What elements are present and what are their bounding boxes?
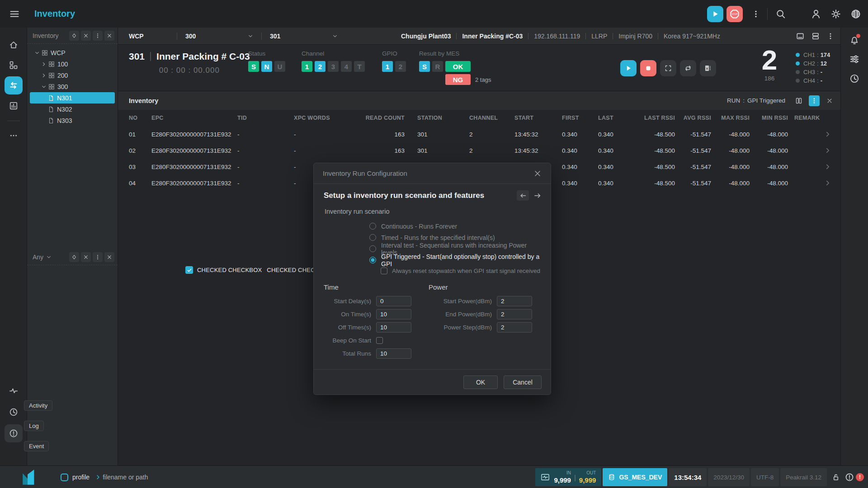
on-time-s-input[interactable]: [376, 309, 411, 319]
ok-button[interactable]: OK: [463, 375, 498, 389]
radio-button[interactable]: [369, 257, 376, 263]
power-step-dbm-input[interactable]: [497, 322, 532, 333]
start-power-dbm-input[interactable]: [497, 296, 532, 306]
column-header-tid[interactable]: TID: [237, 115, 294, 121]
radio-button[interactable]: [369, 245, 376, 252]
run-play-button[interactable]: [620, 60, 637, 76]
tree-item-n303[interactable]: N303: [30, 115, 115, 126]
arrow-left-icon[interactable]: [517, 190, 529, 201]
radio-button[interactable]: [369, 223, 376, 230]
collapse-x-icon[interactable]: [81, 252, 91, 262]
log-label[interactable]: Log: [24, 421, 44, 431]
scenario-radio-continuous[interactable]: Continuous - Runs Forever: [369, 221, 542, 232]
kebab-icon[interactable]: [93, 31, 103, 41]
row-detail-chevron-icon[interactable]: [831, 147, 833, 154]
station-group-select[interactable]: 300: [185, 33, 253, 40]
repeat-icon[interactable]: [680, 60, 696, 76]
row-detail-chevron-icon[interactable]: [831, 179, 833, 187]
profile-icon[interactable]: [61, 474, 68, 481]
column-header-remark[interactable]: REMARK: [788, 115, 831, 121]
end-power-dbm-input[interactable]: [497, 309, 532, 319]
scenario-radio-gpi[interactable]: GPI Triggered - Start(and optionally sto…: [369, 254, 542, 266]
home-icon[interactable]: [5, 36, 23, 54]
column-header-channel[interactable]: CHANNEL: [469, 115, 514, 121]
event-label[interactable]: Event: [24, 441, 49, 451]
diamond-icon[interactable]: [69, 252, 79, 262]
more-dots-icon[interactable]: [5, 127, 23, 145]
tree-item-100[interactable]: 100: [30, 58, 115, 70]
column-header-start[interactable]: START: [514, 115, 562, 121]
excel-export-icon[interactable]: x: [700, 60, 716, 76]
language-globe-icon[interactable]: [851, 9, 861, 19]
column-header-last-rssi[interactable]: LAST RSSI: [632, 115, 675, 121]
off-times-s-input[interactable]: [376, 322, 411, 333]
arrow-right-icon[interactable]: [533, 192, 542, 200]
tree-item-300[interactable]: 300: [30, 81, 115, 92]
station-select[interactable]: 301: [270, 33, 338, 40]
close-x-icon[interactable]: [104, 31, 114, 41]
beep-on-start-checkbox[interactable]: [376, 337, 383, 344]
checkbox[interactable]: [185, 266, 193, 274]
table-row[interactable]: 01E280F30200000007131E932--163301213:45:…: [118, 126, 840, 142]
tree-item-wcp[interactable]: WCP: [30, 47, 115, 58]
reset-stopwatch-checkbox[interactable]: Always reset stopwatch when GPI start si…: [381, 266, 542, 276]
close-x-icon[interactable]: [824, 95, 835, 106]
table-row[interactable]: 02E280F30200000007131E932--163301213:45:…: [118, 142, 840, 159]
cancel-button[interactable]: Cancel: [504, 375, 542, 389]
modules-icon[interactable]: [5, 56, 23, 74]
activity-label[interactable]: Activity: [24, 400, 52, 411]
stop-button[interactable]: STOP: [726, 6, 743, 22]
database-cell[interactable]: GS_MES_DEV: [603, 468, 667, 486]
total-runs-input[interactable]: [376, 348, 411, 359]
tune-sliders-icon[interactable]: [849, 54, 859, 64]
columns-icon[interactable]: [793, 95, 804, 106]
unlock-icon[interactable]: [828, 468, 844, 486]
chevron-right-icon[interactable]: [41, 73, 47, 78]
column-header-avg-rssi[interactable]: AVG RSSI: [675, 115, 711, 121]
play-button[interactable]: [707, 6, 723, 22]
event-alert-icon[interactable]: [5, 424, 23, 442]
radio-button[interactable]: [369, 234, 376, 241]
activity-icon[interactable]: [5, 382, 23, 400]
row-detail-chevron-icon[interactable]: [831, 131, 833, 138]
column-header-no[interactable]: NO: [129, 115, 151, 121]
history-clock-icon[interactable]: [849, 74, 859, 84]
kebab-icon[interactable]: [752, 10, 760, 18]
start-delay-s-input[interactable]: [376, 296, 411, 306]
history-clock-icon[interactable]: [5, 403, 23, 421]
settings-gear-icon[interactable]: [831, 9, 841, 19]
kebab-icon[interactable]: [827, 33, 834, 40]
filter-select[interactable]: Any: [33, 253, 43, 261]
layout-bottom-icon[interactable]: [796, 32, 804, 40]
close-icon[interactable]: [533, 169, 542, 178]
chevron-down-icon[interactable]: [46, 254, 52, 260]
kebab-icon[interactable]: [93, 252, 103, 262]
report-chart-icon[interactable]: [5, 97, 23, 115]
bell-icon[interactable]: [849, 35, 859, 45]
layout-rows-icon[interactable]: [811, 32, 820, 40]
io-counter-cell[interactable]: IN 9,999 | OUT 9,999: [535, 468, 601, 486]
tree-item-200[interactable]: 200: [30, 70, 115, 81]
run-stop-button[interactable]: [640, 60, 656, 76]
chevron-down-icon[interactable]: [34, 50, 40, 56]
column-header-station[interactable]: STATION: [405, 115, 469, 121]
search-icon[interactable]: [776, 9, 786, 19]
menu-icon[interactable]: [9, 9, 20, 19]
user-icon[interactable]: [811, 9, 821, 19]
fullscreen-icon[interactable]: [660, 60, 676, 76]
row-detail-chevron-icon[interactable]: [831, 163, 833, 170]
column-header-min-rssi[interactable]: MIN RSSI: [750, 115, 788, 121]
transfer-icon[interactable]: [5, 76, 23, 94]
column-header-last[interactable]: LAST: [598, 115, 632, 121]
column-header-xpc-words[interactable]: XPC WORDS: [294, 115, 357, 121]
checkbox[interactable]: [381, 267, 387, 274]
column-header-first[interactable]: FIRST: [562, 115, 598, 121]
column-header-max-rssi[interactable]: MAX RSSI: [711, 115, 750, 121]
alert-status[interactable]: !: [845, 473, 866, 482]
column-header-read-count[interactable]: READ COUNT: [357, 115, 405, 121]
kebab-icon[interactable]: [809, 95, 820, 106]
close-x-icon[interactable]: [104, 252, 114, 262]
column-header-epc[interactable]: EPC: [151, 115, 237, 121]
chevron-right-icon[interactable]: [41, 61, 47, 67]
chevron-down-icon[interactable]: [41, 84, 47, 89]
